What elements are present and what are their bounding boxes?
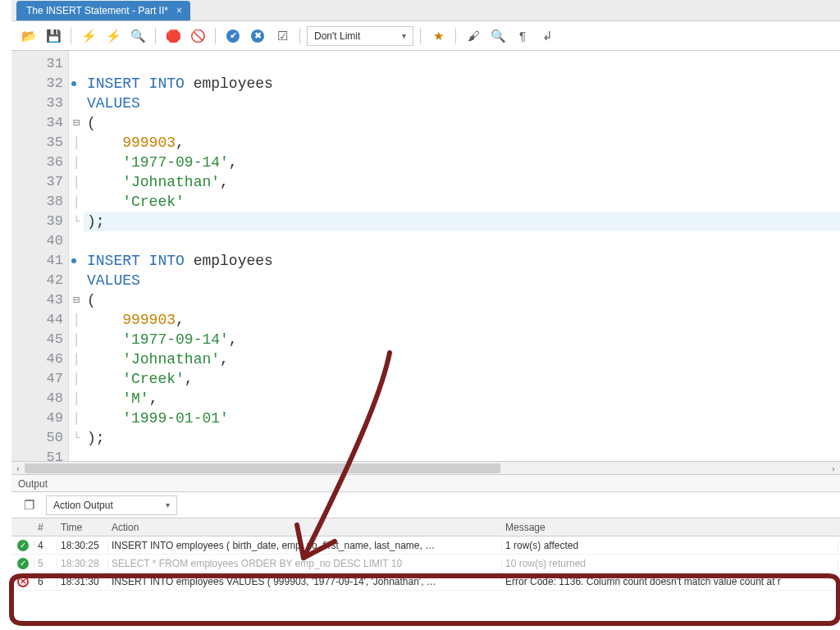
- fold-toggle-icon[interactable]: [69, 113, 84, 133]
- execute-icon[interactable]: ⚡: [78, 25, 99, 47]
- fold-guide: [69, 428, 84, 448]
- rollback-icon[interactable]: ✖: [247, 25, 268, 47]
- fold-guide: [69, 94, 84, 113]
- col-num: #: [34, 522, 57, 533]
- col-action: Action: [108, 522, 502, 533]
- fold-guide: [69, 330, 84, 349]
- fold-guide: [69, 153, 84, 172]
- output-row[interactable]: ✕618:31:30INSERT INTO employees VALUES (…: [11, 573, 840, 591]
- execute-current-icon[interactable]: ⚡: [103, 25, 124, 47]
- fold-guide: [69, 192, 84, 212]
- output-row[interactable]: ✓418:30:25INSERT INTO employees ( birth_…: [11, 536, 840, 555]
- editor-horizontal-scrollbar[interactable]: ‹ ›: [11, 461, 840, 474]
- fold-guide: [69, 310, 84, 330]
- beautify-icon[interactable]: ★: [427, 25, 449, 47]
- code-line[interactable]: 999903,: [84, 133, 840, 153]
- status-ok-icon: ✓: [11, 558, 34, 569]
- code-line[interactable]: (: [84, 113, 840, 133]
- chevron-down-icon: ▾: [402, 31, 406, 40]
- code-line[interactable]: 'Johnathan',: [84, 172, 840, 192]
- code-line[interactable]: [84, 54, 840, 74]
- code-line[interactable]: (: [84, 290, 840, 310]
- line-number: 37: [11, 172, 68, 192]
- separator: [455, 28, 456, 44]
- code-line[interactable]: );: [84, 428, 840, 448]
- row-limit-label: Don't Limit: [314, 30, 360, 42]
- code-line[interactable]: 'Creek',: [84, 369, 840, 389]
- line-number: 42: [11, 271, 68, 290]
- cell-message: 1 row(s) affected: [502, 540, 838, 551]
- line-number: 48: [11, 389, 68, 409]
- code-line[interactable]: INSERT INTO employees: [84, 251, 840, 271]
- code-line[interactable]: '1977-09-14',: [84, 153, 840, 172]
- wrap-icon[interactable]: ↲: [536, 25, 558, 47]
- cell-message: Error Code: 1136. Column count doesn't m…: [502, 576, 838, 587]
- fold-guide: [69, 409, 84, 428]
- save-icon[interactable]: 💾: [43, 25, 64, 47]
- code-line[interactable]: VALUES: [84, 94, 840, 113]
- commit-icon[interactable]: ✔: [222, 25, 244, 47]
- line-number: 50: [11, 428, 68, 448]
- brush-icon[interactable]: 🖌: [463, 25, 484, 47]
- code-line[interactable]: 'Creek': [84, 192, 840, 212]
- fold-guide: [69, 369, 84, 389]
- fold-guide: [69, 231, 84, 251]
- separator: [420, 28, 421, 44]
- code-line[interactable]: '1977-09-14',: [84, 330, 840, 349]
- tab-active[interactable]: The INSERT Statement - Part II* ×: [16, 1, 190, 21]
- code-area[interactable]: INSERT INTO employeesVALUES( 999903, '19…: [84, 51, 840, 461]
- tab-title: The INSERT Statement - Part II*: [26, 5, 168, 16]
- output-stack-icon[interactable]: ❐: [18, 495, 39, 516]
- autocommit-icon[interactable]: ☑: [272, 25, 293, 47]
- stop-icon[interactable]: 🛑: [162, 25, 184, 47]
- code-line[interactable]: 'Johnathan',: [84, 349, 840, 369]
- pilcrow-icon[interactable]: ¶: [512, 25, 533, 47]
- separator: [299, 28, 300, 44]
- line-number: 44: [11, 310, 68, 330]
- code-line[interactable]: INSERT INTO employees: [84, 74, 840, 94]
- fold-guide: [69, 212, 84, 231]
- code-line[interactable]: '1999-01-01': [84, 409, 840, 428]
- output-toolbar: ❐ Action Output ▾: [11, 492, 840, 518]
- line-number-gutter: 3132333435363738394041424344454647484950…: [11, 51, 69, 461]
- fold-toggle-icon[interactable]: [69, 290, 84, 310]
- separator: [71, 28, 71, 44]
- scroll-right-icon[interactable]: ›: [827, 462, 840, 475]
- cell-num: 4: [34, 540, 57, 551]
- fold-column: [69, 51, 84, 461]
- scroll-left-icon[interactable]: ‹: [11, 462, 25, 475]
- code-line[interactable]: 'M',: [84, 389, 840, 409]
- fold-guide: [69, 349, 84, 369]
- cell-time: 18:30:28: [57, 558, 108, 569]
- code-line[interactable]: VALUES: [84, 271, 840, 290]
- fold-guide: [69, 271, 84, 290]
- output-panel-header: Output: [11, 474, 840, 492]
- cell-message: 10 row(s) returned: [502, 558, 838, 569]
- col-message: Message: [502, 522, 838, 533]
- row-limit-select[interactable]: Don't Limit ▾: [307, 26, 413, 46]
- close-icon[interactable]: ×: [176, 5, 182, 16]
- separator: [155, 28, 156, 44]
- code-line[interactable]: 999903,: [84, 310, 840, 330]
- explain-icon[interactable]: 🔍: [127, 25, 148, 47]
- line-number: 36: [11, 153, 68, 172]
- cell-time: 18:30:25: [57, 540, 108, 551]
- line-number: 46: [11, 349, 68, 369]
- cell-num: 5: [34, 558, 57, 569]
- code-line[interactable]: );: [84, 212, 840, 231]
- code-line[interactable]: [84, 231, 840, 251]
- stop-all-icon[interactable]: 🚫: [187, 25, 208, 47]
- output-row[interactable]: ✓518:30:28SELECT * FROM employees ORDER …: [11, 555, 840, 573]
- cell-action: INSERT INTO employees ( birth_date, emp_…: [108, 540, 502, 551]
- cell-action: SELECT * FROM employees ORDER BY emp_no …: [108, 558, 502, 569]
- open-file-icon[interactable]: 📂: [18, 25, 39, 47]
- scroll-thumb[interactable]: [25, 463, 500, 473]
- search-icon[interactable]: 🔍: [487, 25, 509, 47]
- output-type-select[interactable]: Action Output ▾: [46, 495, 177, 515]
- line-number: 40: [11, 231, 68, 251]
- col-time: Time: [57, 522, 108, 533]
- sql-editor[interactable]: 3132333435363738394041424344454647484950…: [11, 51, 840, 461]
- line-number: 43: [11, 290, 68, 310]
- line-number: 31: [11, 54, 68, 74]
- separator: [215, 28, 216, 44]
